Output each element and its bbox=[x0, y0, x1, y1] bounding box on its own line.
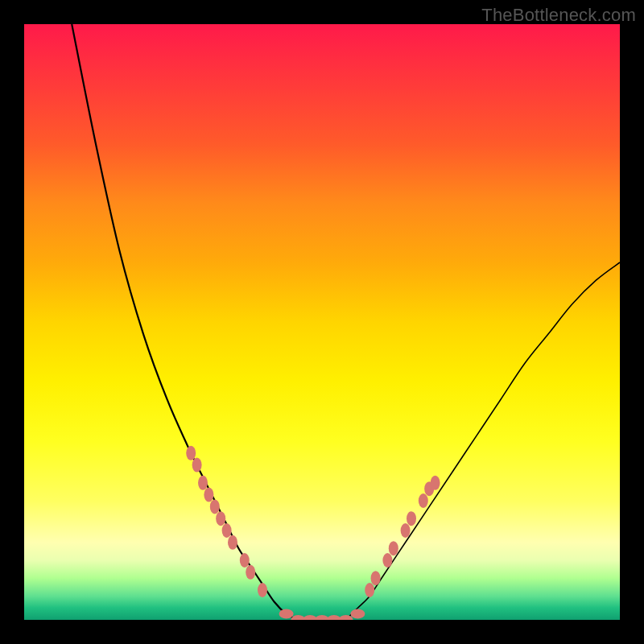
data-marker bbox=[258, 583, 267, 597]
data-marker bbox=[431, 476, 440, 490]
data-marker bbox=[222, 523, 232, 538]
data-marker bbox=[246, 565, 255, 580]
data-marker bbox=[407, 511, 416, 526]
data-marker bbox=[419, 493, 428, 508]
data-marker bbox=[186, 446, 196, 460]
data-marker bbox=[350, 609, 365, 619]
data-marker bbox=[382, 553, 392, 568]
plot-area bbox=[24, 24, 620, 620]
data-marker bbox=[204, 488, 213, 502]
chart-svg bbox=[24, 24, 620, 620]
left-curve-path bbox=[72, 24, 298, 620]
left-curve bbox=[72, 24, 298, 620]
data-markers bbox=[186, 446, 440, 620]
data-marker bbox=[401, 523, 411, 538]
data-marker bbox=[228, 535, 237, 550]
data-marker bbox=[198, 476, 208, 490]
data-marker bbox=[240, 553, 250, 568]
data-marker bbox=[389, 541, 398, 555]
data-marker bbox=[192, 458, 202, 473]
data-marker bbox=[216, 511, 225, 526]
data-marker bbox=[279, 609, 294, 619]
data-marker bbox=[339, 615, 353, 620]
watermark-text: TheBottleneck.com bbox=[481, 5, 636, 26]
chart-container: TheBottleneck.com bbox=[0, 0, 644, 644]
data-marker bbox=[365, 583, 374, 597]
data-marker bbox=[371, 571, 381, 585]
data-marker bbox=[210, 499, 220, 514]
